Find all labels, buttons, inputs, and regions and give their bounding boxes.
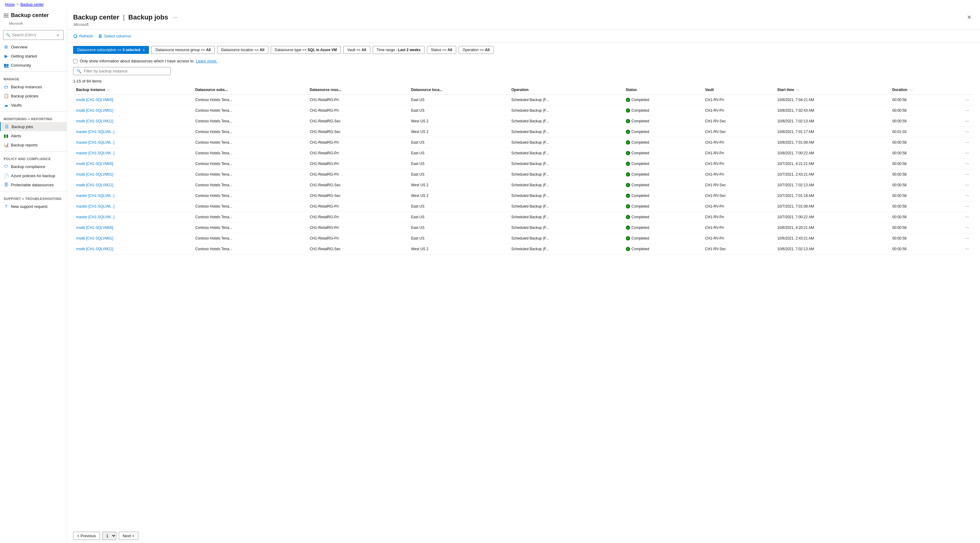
cell-row-menu[interactable]: ··· [960, 191, 974, 201]
status-icon: ✓ [626, 108, 630, 113]
cell-duration: 00:00:58 [889, 95, 960, 105]
row-menu-icon[interactable]: ··· [963, 171, 971, 178]
sidebar-item-new-support[interactable]: ? New support request [0, 202, 67, 211]
filter-chip-location[interactable]: Datasource location == All [217, 46, 268, 54]
cell-backup-instance: master [CH1-SQLVM...] [73, 191, 192, 201]
vaults-icon: ☁ [4, 103, 8, 108]
collapse-button[interactable]: « [55, 32, 61, 38]
backup-instance-search[interactable] [84, 69, 167, 73]
sort-icon[interactable]: ↑↓ [796, 88, 799, 92]
row-menu-icon[interactable]: ··· [963, 214, 971, 220]
search-filter[interactable]: 🔍 [73, 67, 170, 75]
row-menu-icon[interactable]: ··· [963, 224, 971, 231]
row-menu-icon[interactable]: ··· [963, 129, 971, 135]
hamburger-menu[interactable] [4, 14, 8, 17]
sidebar-item-community[interactable]: 👥 Community [0, 60, 67, 70]
cell-row-menu[interactable]: ··· [960, 159, 974, 169]
status-icon: ✓ [626, 194, 630, 198]
cell-row-menu[interactable]: ··· [960, 180, 974, 191]
cell-row-menu[interactable]: ··· [960, 105, 974, 116]
sidebar-item-getting-started[interactable]: ▶ Getting started [0, 51, 67, 60]
sidebar-item-backup-compliance[interactable]: 🛡 Backup compliance [0, 162, 67, 171]
filter-chip-time-range[interactable]: Time range : Last 2 weeks [373, 46, 425, 54]
sidebar-item-backup-policies[interactable]: 📋 Backup policies [0, 91, 67, 100]
cell-row-menu[interactable]: ··· [960, 148, 974, 159]
filter-chip-status[interactable]: Status == All [427, 46, 456, 54]
status-label: Completed [632, 183, 649, 187]
cell-operation: Scheduled Backup (F... [508, 222, 623, 233]
sidebar-item-backup-jobs[interactable]: ☰ Backup jobs [0, 122, 67, 131]
breadcrumb-home[interactable]: Home [5, 2, 14, 7]
access-checkbox[interactable] [73, 59, 77, 63]
sidebar-item-backup-instances[interactable]: 🗃 Backup instances [0, 82, 67, 91]
sidebar-item-protectable-datasources[interactable]: 🗄 Protectable datasources [0, 180, 67, 189]
filter-chip-operation[interactable]: Operation == All [459, 46, 494, 54]
cell-row-menu[interactable]: ··· [960, 233, 974, 244]
row-menu-icon[interactable]: ··· [963, 97, 971, 103]
cell-start-time: 10/8/2021, 7:00:22 AM [774, 148, 889, 159]
cell-row-menu[interactable]: ··· [960, 95, 974, 105]
cell-row-menu[interactable]: ··· [960, 169, 974, 180]
cell-datasource-loca: East US [408, 148, 508, 159]
row-menu-icon[interactable]: ··· [963, 139, 971, 146]
row-menu-icon[interactable]: ··· [963, 182, 971, 188]
row-menu-icon[interactable]: ··· [963, 192, 971, 199]
cell-row-menu[interactable]: ··· [960, 222, 974, 233]
sidebar-item-backup-reports[interactable]: 📊 Backup reports [0, 140, 67, 149]
filter-close-icon[interactable]: ✕ [143, 48, 145, 52]
table-row: msdb [CH1-SQLVM01] Contoso Hotels Tena..… [73, 169, 974, 180]
sort-icon[interactable]: ↑↓ [910, 88, 913, 92]
prev-page-button[interactable]: < Previous [73, 532, 100, 540]
status-icon: ✓ [626, 162, 630, 166]
row-menu-icon[interactable]: ··· [963, 246, 971, 252]
filter-chip-datasource-subscription[interactable]: Datasource subscription == 3 selected ✕ [73, 46, 149, 54]
cell-datasource-loca: West US 2 [408, 180, 508, 191]
refresh-button[interactable]: Refresh [73, 33, 93, 40]
search-input[interactable] [12, 33, 53, 37]
row-menu-icon[interactable]: ··· [963, 150, 971, 156]
sidebar-item-alerts[interactable]: ▮▮ Alerts [0, 131, 67, 140]
learn-more-link[interactable]: Learn more. [196, 59, 218, 63]
page-ellipsis[interactable]: ··· [173, 14, 178, 21]
cell-datasource-reso: CH1-RetailRG-Sec [307, 127, 408, 137]
cell-datasource-loca: West US 2 [408, 116, 508, 127]
filter-chip-type[interactable]: Datasource type == SQL in Azure VM [271, 46, 341, 54]
cell-vault: CH1-RV-Pri [702, 212, 774, 222]
page-name: Backup jobs [128, 13, 168, 21]
cell-row-menu[interactable]: ··· [960, 244, 974, 254]
sidebar-search[interactable]: 🔍 « [3, 30, 64, 40]
cell-row-menu[interactable]: ··· [960, 116, 974, 127]
cell-datasource-reso: CH1-RetailRG-Pri [307, 148, 408, 159]
cell-row-menu[interactable]: ··· [960, 201, 974, 212]
cell-datasource-loca: East US [408, 222, 508, 233]
cell-datasource-reso: CH1-RetailRG-Sec [307, 180, 408, 191]
status-icon: ✓ [626, 247, 630, 251]
filter-chip-vault[interactable]: Vault == All [343, 46, 370, 54]
backup-instances-icon: 🗃 [4, 84, 8, 89]
breadcrumb-current[interactable]: Backup center [21, 2, 44, 7]
select-columns-icon [98, 34, 102, 38]
cell-row-menu[interactable]: ··· [960, 127, 974, 137]
cell-datasource-reso: CH1-RetailRG-Sec [307, 116, 408, 127]
sidebar-item-label: New support request [11, 204, 48, 209]
sidebar-item-label: Backup instances [11, 85, 42, 89]
sidebar-item-overview[interactable]: ⊞ Overview [0, 42, 67, 51]
row-menu-icon[interactable]: ··· [963, 160, 971, 167]
cell-start-time: 10/6/2021, 7:02:13 AM [774, 244, 889, 254]
page-select[interactable]: 1 2 3 4 5 6 [102, 532, 116, 540]
row-menu-icon[interactable]: ··· [963, 235, 971, 241]
col-backup-instance: Backup instance ↑↓ [73, 85, 192, 95]
sort-icon[interactable]: ↑↓ [108, 88, 111, 92]
select-columns-button[interactable]: Select columns [98, 33, 131, 40]
cell-row-menu[interactable]: ··· [960, 137, 974, 148]
close-button[interactable]: ✕ [964, 13, 974, 22]
filter-chip-resource-group[interactable]: Datasource resource group == All [151, 46, 215, 54]
next-page-button[interactable]: Next > [119, 532, 138, 540]
row-menu-icon[interactable]: ··· [963, 118, 971, 124]
row-menu-icon[interactable]: ··· [963, 203, 971, 210]
sidebar-item-vaults[interactable]: ☁ Vaults [0, 100, 67, 110]
cell-row-menu[interactable]: ··· [960, 212, 974, 222]
status-label: Completed [632, 236, 649, 240]
row-menu-icon[interactable]: ··· [963, 107, 971, 114]
sidebar-item-azure-policies[interactable]: 📄 Azure policies for backup [0, 171, 67, 180]
